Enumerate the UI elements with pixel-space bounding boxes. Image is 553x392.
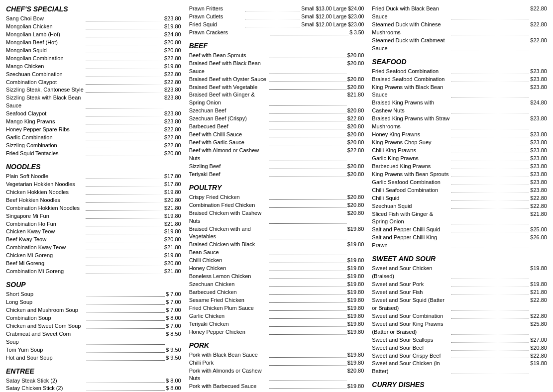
item-name: Garlic Seafood Combination bbox=[372, 179, 450, 187]
item-dots bbox=[269, 52, 346, 58]
item-name: Beef with Garlic Sauce bbox=[189, 139, 268, 147]
item-dots bbox=[269, 171, 346, 177]
item-price: $19.80 bbox=[347, 257, 364, 265]
item-dots bbox=[451, 139, 529, 145]
item-name: Beef with Almond or Cashew Nuts bbox=[189, 147, 268, 163]
item-name: Singapore Mi Fun bbox=[6, 212, 85, 220]
item-price: $20.80 bbox=[164, 47, 181, 55]
menu-item: Mongolian Combination$22.80 bbox=[6, 55, 181, 63]
menu-item: Garlic King Prawns$23.80 bbox=[372, 155, 547, 163]
item-name: Combination Fried Chicken bbox=[189, 201, 268, 209]
item-dots bbox=[86, 134, 163, 140]
menu-item: Short Soup$ 7.00 bbox=[6, 291, 181, 298]
item-name: Honey Chicken bbox=[189, 265, 268, 273]
menu-item: Szechuan Beef$20.80 bbox=[189, 107, 364, 115]
item-dots bbox=[269, 281, 346, 287]
item-price: $24.80 bbox=[530, 99, 547, 115]
menu-item: Honey Chicken$19.80 bbox=[189, 265, 364, 273]
item-price: $20.80 bbox=[347, 171, 364, 179]
menu-item: Braised King Prawns with Straw Mushrooms… bbox=[372, 115, 547, 131]
item-price: $22.80 bbox=[347, 115, 364, 123]
menu-item: Tom Yum Soup$ 9.50 bbox=[6, 346, 181, 354]
item-dots bbox=[451, 147, 529, 153]
item-name: Satay Steak Stick (2) bbox=[6, 377, 86, 385]
item-name: Pork with Barbecued Sauce bbox=[189, 383, 268, 391]
item-name: Sweet and Sour King Prawns (Batter or Br… bbox=[372, 320, 450, 336]
item-price: $22.80 bbox=[164, 79, 181, 87]
item-price: $20.80 bbox=[347, 163, 364, 171]
menu-item: Combination Soup$ 8.00 bbox=[6, 314, 181, 322]
item-name: Vegetarian Hokkien Noodles bbox=[6, 181, 85, 189]
item-price: $23.80 bbox=[530, 171, 547, 179]
item-dots bbox=[269, 383, 346, 389]
item-name: Steamed Duck with Chinese Mushrooms bbox=[372, 21, 450, 37]
item-name: Mongolian Squid bbox=[6, 47, 85, 55]
item-price: $25.00 bbox=[530, 226, 547, 234]
item-price: $19.80 bbox=[530, 281, 547, 289]
item-name: Crispy Fried Chicken bbox=[189, 194, 268, 201]
menu-item: Fried Duck with Black Bean Sauce$22.80 bbox=[372, 5, 547, 21]
item-price: $20.80 bbox=[347, 201, 364, 209]
item-price: $19.80 bbox=[164, 63, 181, 71]
section-title: CURRY DISHES bbox=[372, 381, 547, 389]
menu-item: Salt and Pepper Chilli Squid$25.00 bbox=[372, 226, 547, 234]
item-price: $23.80 bbox=[530, 68, 547, 76]
menu-item: Szechuan Beef (Crispy)$22.80 bbox=[189, 115, 364, 123]
item-dots bbox=[269, 225, 346, 240]
menu-item: Beef with Chilli Sauce$20.80 bbox=[189, 131, 364, 139]
item-price: $21.80 bbox=[164, 204, 181, 212]
item-dots bbox=[451, 131, 529, 137]
item-price: $20.80 bbox=[347, 139, 364, 147]
menu-item: Braised Beef with Oyster Sauce$20.80 bbox=[189, 76, 364, 84]
menu-item: Honey King Prawns$23.80 bbox=[372, 131, 547, 139]
menu-item: Honey Pepper Chicken$19.80 bbox=[189, 328, 364, 336]
menu-item: Chilli Squid$22.80 bbox=[372, 195, 547, 202]
item-name: Fried Duck with Black Bean Sauce bbox=[372, 5, 450, 21]
item-price: $ 9.50 bbox=[166, 346, 181, 354]
menu-item: Sesame Fried Chicken$19.80 bbox=[189, 296, 364, 304]
item-price: $20.80 bbox=[164, 236, 181, 244]
item-name: Sweet and Sour Crispy Beef bbox=[372, 352, 450, 360]
item-dots bbox=[86, 196, 163, 203]
item-price: $20.80 bbox=[164, 39, 181, 47]
menu-item: Barbecued Beef$20.80 bbox=[189, 123, 364, 131]
item-dots bbox=[86, 228, 163, 234]
item-price: $20.80 bbox=[164, 150, 181, 158]
item-name: Long Soup bbox=[6, 298, 86, 306]
item-price: $22.80 bbox=[530, 21, 547, 37]
item-price: $22.80 bbox=[164, 126, 181, 134]
item-price: $19.80 bbox=[347, 320, 364, 328]
item-dots bbox=[86, 118, 163, 124]
item-price: $ 8.00 bbox=[166, 314, 181, 322]
menu-item: Singapore Mi Fun$19.80 bbox=[6, 212, 181, 220]
item-name: Braised Beef with Ginger & Spring Onion bbox=[189, 91, 268, 107]
item-dots bbox=[451, 5, 529, 19]
item-price: $17.80 bbox=[164, 181, 181, 189]
item-name: Chicken Hokkien Noodles bbox=[6, 189, 85, 196]
item-name: Mango King Prawns bbox=[6, 118, 85, 126]
item-price: $23.80 bbox=[164, 15, 181, 23]
item-dots bbox=[87, 306, 165, 313]
item-name: Sweet and Sour Squid (Batter or Braised) bbox=[372, 296, 450, 312]
item-dots bbox=[86, 15, 163, 21]
item-dots bbox=[86, 23, 163, 29]
item-dots bbox=[86, 212, 163, 219]
item-price: $23.80 bbox=[530, 163, 547, 171]
item-dots bbox=[451, 179, 529, 185]
item-price: $19.80 bbox=[347, 383, 364, 391]
item-dots bbox=[269, 194, 346, 200]
item-dots bbox=[87, 385, 165, 391]
menu-item: Braised Beef with Ginger & Spring Onion$… bbox=[189, 91, 364, 107]
item-price: $23.80 bbox=[530, 147, 547, 155]
item-name: Mongolian Chicken bbox=[6, 23, 85, 31]
item-dots bbox=[451, 344, 529, 351]
menu-item: Sweet and Sour Pork$19.80 bbox=[372, 281, 547, 289]
menu-item: Salt and Pepper Chilli King Prawn$26.00 bbox=[372, 234, 547, 250]
item-name: Pork with Almonds or Cashew Nuts bbox=[189, 367, 268, 383]
item-dots bbox=[87, 322, 165, 329]
item-name: Sweet and Sour Chicken (Braised) bbox=[372, 265, 450, 281]
section-title: SEAFOOD bbox=[372, 58, 547, 66]
menu-item: Mongolian Beef (Hot)$20.80 bbox=[6, 39, 181, 47]
item-dots bbox=[451, 68, 529, 74]
item-dots bbox=[451, 234, 529, 248]
